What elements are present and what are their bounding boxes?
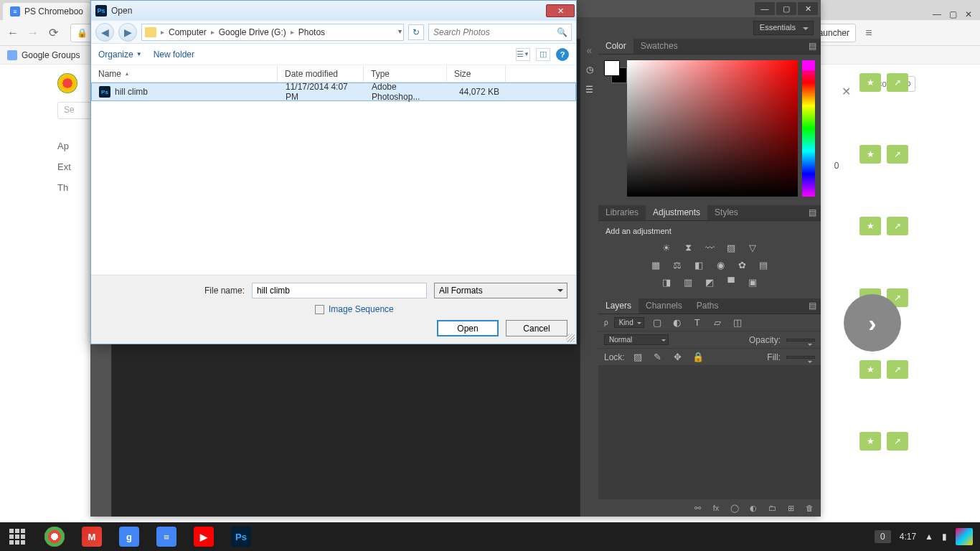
docs-app-icon[interactable]: ≡ xyxy=(156,527,176,547)
organize-menu[interactable]: Organize ▼ xyxy=(98,50,142,60)
tab-libraries[interactable]: Libraries xyxy=(598,204,646,220)
photoshop-app-icon[interactable]: Ps xyxy=(231,527,251,547)
gmail-app-icon[interactable]: M xyxy=(82,527,102,547)
ps-minimize-button[interactable]: — xyxy=(755,2,775,15)
layer-mask-icon[interactable]: ◯ xyxy=(729,503,740,513)
browser-maximize-button[interactable]: ▢ xyxy=(946,9,960,20)
color-field[interactable] xyxy=(627,60,798,197)
filter-shape-icon[interactable]: ▱ xyxy=(710,316,725,329)
nav-forward-button[interactable]: ▶ xyxy=(118,23,137,42)
google-search-app-icon[interactable]: g xyxy=(119,527,139,547)
invert-icon[interactable]: ◨ xyxy=(659,276,674,288)
workspace-dropdown[interactable]: Essentials xyxy=(753,21,814,35)
file-list[interactable]: Pshill climb 11/17/2014 4:07 PM Adobe Ph… xyxy=(91,83,576,275)
rate-icon[interactable]: ★ xyxy=(859,217,881,235)
tab-paths[interactable]: Paths xyxy=(689,298,726,314)
fg-color-swatch[interactable] xyxy=(604,60,620,76)
photo-filter-icon[interactable]: ◉ xyxy=(713,258,727,271)
forward-button[interactable]: → xyxy=(26,26,40,40)
lock-transparent-icon[interactable]: ▨ xyxy=(631,351,645,364)
header-date[interactable]: Date modified xyxy=(278,65,364,82)
rate-icon[interactable]: ★ xyxy=(859,73,881,92)
panel-menu-icon[interactable]: ▤ xyxy=(804,204,821,220)
layer-style-icon[interactable]: fx xyxy=(710,503,722,513)
tab-layers[interactable]: Layers xyxy=(598,298,639,314)
hue-slider[interactable] xyxy=(802,60,815,197)
resize-grip[interactable] xyxy=(566,334,575,342)
youtube-app-icon[interactable]: ▶ xyxy=(194,527,214,547)
cancel-button[interactable]: Cancel xyxy=(506,320,567,336)
levels-icon[interactable]: ⧗ xyxy=(681,241,695,254)
crumb-computer[interactable]: Computer xyxy=(166,26,209,39)
channel-mixer-icon[interactable]: ✿ xyxy=(735,258,749,271)
delete-layer-icon[interactable]: 🗑 xyxy=(804,503,815,513)
filter-adjustment-icon[interactable]: ◐ xyxy=(670,316,684,329)
dialog-close-button[interactable]: ✕ xyxy=(546,4,575,17)
crumb-dropdown-icon[interactable]: ▾ xyxy=(398,27,402,35)
notification-count[interactable]: 0 xyxy=(875,530,891,543)
reload-button[interactable]: ⟳ xyxy=(46,26,60,40)
new-layer-icon[interactable]: ⊞ xyxy=(785,503,796,513)
chrome-app-icon[interactable] xyxy=(44,527,65,547)
preview-pane-button[interactable]: ◫ xyxy=(536,48,550,61)
nav-back-button[interactable]: ◀ xyxy=(95,23,114,42)
rate-icon[interactable]: ★ xyxy=(859,432,881,451)
browser-close-button[interactable]: ✕ xyxy=(961,9,976,20)
threshold-icon[interactable]: ◩ xyxy=(702,276,717,288)
view-options-button[interactable]: ☰ ▼ xyxy=(516,48,530,61)
blend-mode-dropdown[interactable]: Normal xyxy=(604,334,669,345)
opacity-input[interactable] xyxy=(786,339,815,342)
exposure-icon[interactable]: ▨ xyxy=(724,241,738,254)
refresh-button[interactable]: ↻ xyxy=(408,24,424,40)
new-folder-button[interactable]: New folder xyxy=(154,50,194,60)
curves-icon[interactable]: 〰 xyxy=(702,241,717,254)
browser-menu-button[interactable]: ≡ xyxy=(862,26,876,40)
expand-dock-icon[interactable]: « xyxy=(583,44,597,56)
share-icon[interactable]: ↗ xyxy=(887,73,908,92)
share-icon[interactable]: ↗ xyxy=(887,432,908,451)
bookmark-link[interactable]: Google Groups xyxy=(22,50,80,60)
ps-maximize-button[interactable]: ▢ xyxy=(776,2,796,15)
open-button[interactable]: Open xyxy=(437,320,499,336)
crumb-folder[interactable]: Photos xyxy=(296,26,328,39)
carousel-next-button[interactable]: › xyxy=(844,294,901,352)
properties-panel-icon[interactable]: ☰ xyxy=(583,83,596,96)
crumb-drive[interactable]: Google Drive (G:) xyxy=(216,26,289,39)
back-button[interactable]: ← xyxy=(6,26,20,40)
vibrance-icon[interactable]: ▽ xyxy=(745,241,760,254)
fill-input[interactable] xyxy=(786,356,815,359)
header-name[interactable]: Name▴ xyxy=(91,65,278,82)
ps-close-button[interactable]: ✕ xyxy=(798,2,818,15)
filter-type-icon[interactable]: T xyxy=(690,316,705,329)
brightness-icon[interactable]: ☀ xyxy=(659,241,674,254)
lock-image-icon[interactable]: ✎ xyxy=(651,351,665,364)
posterize-icon[interactable]: ▥ xyxy=(681,276,695,288)
image-sequence-label[interactable]: Image Sequence xyxy=(329,304,394,314)
header-type[interactable]: Type xyxy=(364,65,447,82)
tab-adjustments[interactable]: Adjustments xyxy=(646,204,707,220)
image-sequence-checkbox[interactable] xyxy=(315,305,324,314)
rate-icon[interactable]: ★ xyxy=(859,360,881,379)
help-icon[interactable]: ? xyxy=(556,48,569,61)
layer-filter-kind[interactable]: Kind xyxy=(614,317,644,328)
filename-input[interactable] xyxy=(252,283,427,298)
hue-sat-icon[interactable]: ▦ xyxy=(649,258,663,271)
selective-color-icon[interactable]: ▣ xyxy=(745,276,760,288)
panel-menu-icon[interactable]: ▤ xyxy=(804,298,821,314)
user-avatar[interactable] xyxy=(956,528,973,545)
bw-icon[interactable]: ◧ xyxy=(692,258,706,271)
breadcrumb[interactable]: ▸ Computer ▸ Google Drive (G:) ▸ Photos … xyxy=(141,24,404,41)
file-format-dropdown[interactable]: All Formats xyxy=(434,283,567,298)
filter-pixel-icon[interactable]: ▢ xyxy=(650,316,664,329)
new-group-icon[interactable]: 🗀 xyxy=(766,503,778,513)
color-lookup-icon[interactable]: ▤ xyxy=(756,258,771,271)
tab-channels[interactable]: Channels xyxy=(639,298,689,314)
new-fill-icon[interactable]: ◐ xyxy=(748,503,759,513)
bookmark-star-icon[interactable]: ☆ xyxy=(842,28,849,38)
status-tray[interactable]: 0 4:17 ▲ ▮ xyxy=(875,528,973,545)
color-balance-icon[interactable]: ⚖ xyxy=(670,258,684,271)
search-input[interactable] xyxy=(429,27,571,37)
lock-position-icon[interactable]: ✥ xyxy=(671,351,685,364)
file-row[interactable]: Pshill climb 11/17/2014 4:07 PM Adobe Ph… xyxy=(91,83,576,101)
browser-tab[interactable]: ≡ PS Chromeboo xyxy=(3,3,90,20)
